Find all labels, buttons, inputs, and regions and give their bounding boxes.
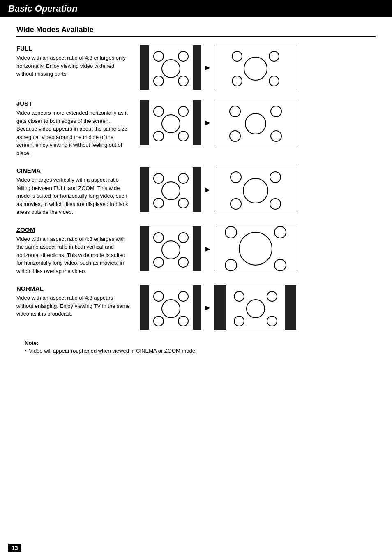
mode-name-cinema: CINEMA [16, 167, 131, 174]
svg-before-full [140, 45, 201, 90]
svg-point-4 [162, 60, 180, 78]
svg-point-42 [178, 257, 188, 267]
svg-point-23 [271, 131, 281, 141]
arrow-zoom: ▸ [205, 243, 210, 254]
svg-point-11 [269, 76, 279, 86]
svg-before-cinema [140, 167, 201, 212]
svg-point-47 [274, 259, 286, 271]
mode-text-full: FULL Video with an aspect ratio of 4:3 e… [16, 45, 131, 78]
svg-after-cinema [214, 167, 296, 212]
svg-point-9 [244, 57, 267, 80]
svg-point-31 [231, 172, 241, 183]
mode-text-normal: NORMAL Video with an aspect ratio of 4:3… [16, 285, 131, 318]
svg-rect-49 [193, 285, 201, 330]
mode-desc-cinema: Video enlarges vertically with a aspect … [16, 176, 131, 216]
svg-point-40 [162, 241, 180, 259]
svg-rect-25 [193, 167, 201, 212]
svg-point-17 [154, 131, 164, 141]
svg-rect-36 [140, 226, 149, 271]
mode-row-zoom: ZOOM Video with an aspect ratio of 4:3 e… [16, 226, 376, 275]
mode-name-normal: NORMAL [16, 285, 131, 292]
mode-diagrams-just: ▸ [140, 100, 376, 145]
diagram-after-cinema [214, 167, 296, 212]
mode-row-full: FULL Video with an aspect ratio of 4:3 e… [16, 45, 376, 90]
svg-point-46 [225, 259, 237, 271]
mode-row-normal: NORMAL Video with an aspect ratio of 4:3… [16, 285, 376, 330]
svg-point-28 [162, 182, 180, 200]
svg-point-21 [245, 113, 266, 134]
mode-name-zoom: ZOOM [16, 226, 131, 233]
svg-point-35 [270, 199, 281, 209]
svg-point-50 [154, 291, 164, 301]
mode-name-just: JUST [16, 100, 131, 107]
svg-point-41 [154, 257, 164, 267]
svg-point-3 [178, 51, 188, 61]
svg-point-16 [162, 115, 180, 133]
svg-rect-55 [214, 285, 226, 330]
svg-point-44 [274, 226, 286, 238]
mode-desc-full: Video with an aspect ratio of 4:3 enlarg… [16, 54, 131, 78]
mode-name-full: FULL [16, 45, 131, 52]
diagram-before-normal [140, 285, 201, 330]
svg-rect-1 [193, 45, 201, 90]
svg-rect-24 [140, 167, 149, 212]
svg-point-6 [178, 76, 188, 86]
mode-row-just: JUST Video appears more extended horizon… [16, 100, 376, 157]
mode-desc-just: Video appears more extended horizontally… [16, 109, 131, 157]
svg-point-38 [154, 233, 164, 243]
svg-rect-0 [140, 45, 149, 90]
diagram-before-full [140, 45, 201, 90]
svg-rect-56 [285, 285, 296, 330]
svg-point-59 [247, 300, 265, 318]
diagram-before-zoom [140, 226, 201, 271]
diagram-before-just [140, 100, 201, 145]
note-item: • Video will appear roughened when viewe… [25, 348, 376, 354]
svg-point-26 [154, 173, 164, 183]
diagram-after-normal [214, 285, 296, 330]
svg-point-20 [271, 106, 281, 117]
svg-point-29 [154, 198, 164, 208]
svg-point-51 [178, 291, 188, 301]
svg-point-18 [178, 131, 188, 141]
note-bullet: • [25, 348, 27, 354]
svg-point-8 [269, 51, 279, 61]
svg-after-normal [214, 285, 296, 330]
arrow-full: ▸ [205, 62, 210, 73]
mode-diagrams-zoom: ▸ [140, 226, 376, 271]
mode-diagrams-full: ▸ [140, 45, 376, 90]
svg-point-22 [230, 131, 240, 141]
svg-point-7 [232, 51, 242, 61]
note-title: Note: [25, 340, 376, 346]
mode-row-cinema: CINEMA Video enlarges vertically with a … [16, 167, 376, 216]
mode-text-cinema: CINEMA Video enlarges vertically with a … [16, 167, 131, 216]
diagram-after-full [214, 45, 296, 90]
svg-point-32 [270, 172, 281, 183]
svg-point-15 [178, 106, 188, 116]
arrow-just: ▸ [205, 117, 210, 128]
svg-after-full [214, 45, 296, 90]
mode-desc-zoom: Video with an aspect ratio of 4:3 enlarg… [16, 235, 131, 275]
page-title: Basic Operation [8, 3, 384, 14]
arrow-normal: ▸ [205, 302, 210, 313]
svg-point-53 [154, 316, 164, 326]
section-title: Wide Modes Available [16, 25, 376, 37]
note-text: Video will appear roughened when viewed … [29, 348, 197, 354]
diagram-after-zoom [214, 226, 296, 271]
svg-point-43 [225, 226, 237, 238]
main-content: Wide Modes Available FULL Video with an … [0, 25, 392, 370]
svg-rect-13 [193, 100, 201, 145]
diagram-before-cinema [140, 167, 201, 212]
svg-before-normal [140, 285, 201, 330]
page-number: 13 [8, 544, 21, 552]
svg-point-60 [234, 316, 244, 326]
mode-text-zoom: ZOOM Video with an aspect ratio of 4:3 e… [16, 226, 131, 275]
svg-point-14 [154, 106, 164, 116]
svg-point-10 [232, 76, 242, 86]
svg-after-zoom [214, 226, 296, 271]
svg-point-33 [243, 178, 268, 203]
svg-point-19 [230, 106, 240, 117]
svg-point-54 [178, 316, 188, 326]
svg-point-61 [267, 316, 277, 326]
diagram-after-just [214, 100, 296, 145]
svg-point-58 [267, 291, 277, 301]
